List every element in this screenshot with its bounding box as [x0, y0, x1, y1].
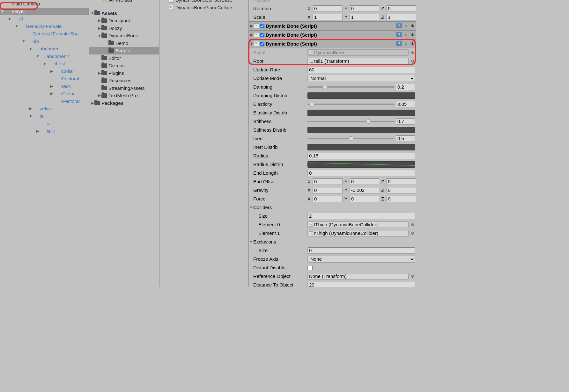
- component-enable-toggle[interactable]: [260, 24, 264, 28]
- project-folder-scripts[interactable]: Scripts: [89, 47, 159, 54]
- update-rate-field[interactable]: [307, 67, 415, 73]
- project-packages[interactable]: Packages: [89, 99, 159, 107]
- endoffset-y[interactable]: [350, 178, 380, 185]
- gear-icon[interactable]: ✱: [410, 41, 415, 46]
- object-picker-icon[interactable]: ⊙: [410, 222, 415, 227]
- expand-icon[interactable]: ▼: [249, 42, 254, 46]
- prop-colliders[interactable]: ▼ Colliders: [249, 203, 416, 212]
- object-picker-icon[interactable]: ⊙: [410, 274, 415, 279]
- inert-value[interactable]: [396, 135, 415, 142]
- gravity-y[interactable]: [350, 187, 380, 193]
- project-filter-prefabs[interactable]: All Prefabs: [89, 0, 159, 4]
- expand-icon[interactable]: [29, 106, 33, 111]
- project-folder-dynamicbone[interactable]: DynamicBone: [89, 32, 159, 40]
- scale-x[interactable]: [313, 14, 343, 20]
- project-folder[interactable]: Doozy: [89, 25, 159, 32]
- stiffness-distrib-curve[interactable]: [307, 127, 415, 133]
- colliders-size-field[interactable]: [307, 213, 415, 219]
- expand-icon[interactable]: [36, 129, 40, 133]
- reference-object-field[interactable]: None (Transform): [307, 273, 409, 279]
- help-icon[interactable]: ?: [396, 32, 402, 37]
- gear-icon[interactable]: ✱: [410, 32, 415, 37]
- preset-icon[interactable]: ⎋: [403, 23, 409, 28]
- expand-icon[interactable]: [36, 54, 40, 58]
- component-header-3[interactable]: ▼ Dynamic Bone (Script) ? ⎋ ✱: [249, 39, 416, 48]
- prop-exclusions[interactable]: ▼ Exclusions: [249, 237, 416, 246]
- hierarchy-item[interactable]: lCollar: [0, 68, 89, 75]
- hierarchy-item[interactable]: rCollar: [0, 90, 89, 98]
- project-folder[interactable]: TextMesh Pro: [89, 92, 159, 99]
- force-y[interactable]: [350, 196, 380, 202]
- inert-distrib-curve[interactable]: [307, 144, 415, 150]
- expand-icon[interactable]: [29, 114, 33, 118]
- hierarchy-item-genesis[interactable]: Genesis2Female: [0, 23, 89, 30]
- scale-z[interactable]: [386, 14, 416, 20]
- elasticity-value[interactable]: [396, 101, 415, 107]
- expand-icon[interactable]: ▼: [249, 206, 253, 209]
- expand-icon[interactable]: ▶: [249, 33, 254, 37]
- hierarchy-item[interactable]: neck: [0, 83, 89, 90]
- hierarchy-item-player[interactable]: Player: [0, 8, 89, 15]
- hierarchy-item-abdomen2[interactable]: abdomen2: [0, 53, 89, 60]
- file-item[interactable]: DynamicBonePlaneCollide: [159, 4, 248, 11]
- distance-to-object-field[interactable]: [307, 282, 415, 287]
- expand-icon[interactable]: [98, 71, 101, 75]
- rotation-x[interactable]: [313, 5, 343, 12]
- hierarchy-item[interactable]: Genesis2Female.Sha: [0, 30, 89, 38]
- end-length-field[interactable]: [307, 170, 415, 176]
- object-picker-icon[interactable]: ⊙: [410, 50, 415, 55]
- collider-1-field[interactable]: c# rThigh (DynamicBoneCollider): [307, 230, 409, 236]
- expand-icon[interactable]: [50, 84, 54, 88]
- hierarchy-item[interactable]: rPectoral: [0, 98, 89, 105]
- component-header-2[interactable]: ▶ Dynamic Bone (Script) ? ⎋ ✱: [249, 30, 416, 39]
- expand-icon[interactable]: [15, 24, 18, 28]
- expand-icon[interactable]: ▼: [249, 240, 253, 243]
- expand-icon[interactable]: [91, 11, 94, 15]
- gravity-z[interactable]: [386, 187, 416, 193]
- preset-icon[interactable]: ⎋: [403, 41, 409, 46]
- hierarchy-item-main-camera[interactable]: Main Camera: [0, 0, 89, 8]
- help-icon[interactable]: ?: [396, 23, 402, 28]
- project-folder[interactable]: StreamingAssets: [89, 84, 159, 92]
- damping-slider[interactable]: [307, 84, 395, 90]
- expand-icon[interactable]: ▶: [249, 24, 254, 28]
- update-mode-select[interactable]: Normal: [307, 75, 415, 82]
- object-picker-icon[interactable]: ⊙: [410, 231, 415, 236]
- expand-icon[interactable]: [91, 101, 94, 105]
- project-folder[interactable]: Resources: [89, 77, 159, 84]
- component-header-1[interactable]: ▶ Dynamic Bone (Script) ? ⎋ ✱: [249, 21, 416, 30]
- stiffness-value[interactable]: [396, 118, 415, 125]
- force-x[interactable]: [313, 196, 343, 202]
- project-folder[interactable]: Demigiant: [89, 17, 159, 25]
- project-folder[interactable]: Gizmos: [89, 62, 159, 69]
- expand-icon[interactable]: [50, 69, 54, 73]
- project-folder[interactable]: Editor: [89, 54, 159, 62]
- component-enable-toggle[interactable]: [260, 42, 264, 46]
- exclusions-size-field[interactable]: [307, 247, 415, 254]
- expand-icon[interactable]: [8, 17, 11, 21]
- hierarchy-item-tail1[interactable]: tail1: [0, 127, 89, 135]
- radius-distrib-curve[interactable]: [307, 161, 415, 168]
- expand-icon[interactable]: [22, 39, 26, 43]
- expand-icon[interactable]: [98, 34, 101, 38]
- rotation-y[interactable]: [350, 5, 380, 12]
- expand-icon[interactable]: [1, 9, 4, 13]
- expand-icon[interactable]: [98, 93, 101, 98]
- expand-icon[interactable]: [50, 91, 54, 96]
- gravity-x[interactable]: [313, 187, 343, 193]
- project-folder[interactable]: Demo: [89, 40, 159, 47]
- elasticity-slider[interactable]: [307, 102, 395, 107]
- root-field[interactable]: tail1 (Transform): [307, 58, 409, 64]
- help-icon[interactable]: ?: [396, 41, 402, 46]
- project-folder[interactable]: Plugins: [89, 69, 159, 77]
- endoffset-z[interactable]: [386, 178, 416, 185]
- hierarchy-item-chest[interactable]: chest: [0, 60, 89, 68]
- elasticity-distrib-curve[interactable]: [307, 110, 415, 116]
- radius-field[interactable]: [307, 153, 415, 159]
- component-enable-toggle[interactable]: [260, 33, 264, 37]
- gear-icon[interactable]: ✱: [410, 23, 415, 28]
- hierarchy-item-pelvis[interactable]: pelvis: [0, 105, 89, 113]
- freeze-axis-select[interactable]: None: [307, 256, 415, 263]
- expand-icon[interactable]: [43, 62, 47, 66]
- endoffset-x[interactable]: [313, 178, 343, 185]
